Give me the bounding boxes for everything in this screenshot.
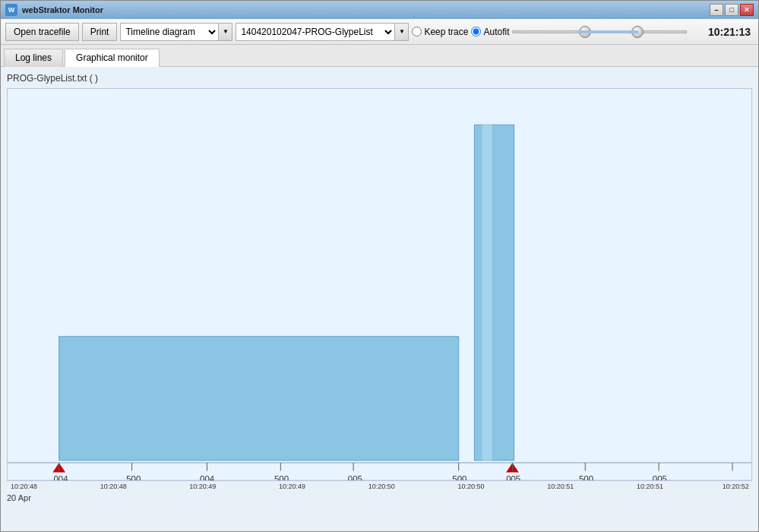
app-icon: W	[5, 4, 17, 16]
svg-rect-4	[482, 125, 492, 460]
svg-text:004: 004	[200, 474, 215, 480]
svg-text:005: 005	[348, 474, 362, 480]
main-window: W webStraktor Monitor – □ ✕ Open tracefi…	[0, 0, 759, 532]
toolbar: Open tracefile Print Timeline diagram ▼ …	[1, 19, 758, 45]
axis-time-8: 10:20:51	[637, 483, 719, 490]
main-content: PROG-GlypeList.txt ( )	[1, 67, 758, 531]
svg-text:005: 005	[653, 474, 667, 480]
axis-time-6: 10:20:50	[458, 483, 540, 490]
close-button[interactable]: ✕	[740, 4, 754, 16]
axis-label-5: 10:20:50	[368, 483, 451, 490]
axis-label-8: 10:20:51	[637, 483, 719, 490]
axis-label-6: 10:20:50	[458, 483, 540, 490]
tracefile-select[interactable]: 140420102047-PROG-GlypeList	[236, 23, 395, 41]
date-label: 20 Apr	[7, 493, 752, 502]
chart-svg: 004 500 004 500 005 500 005 500 005	[8, 89, 751, 480]
axis-label-1: 10:20:48	[11, 483, 93, 490]
chart-wrapper: 004 500 004 500 005 500 005 500 005 10:2…	[7, 88, 752, 519]
print-button[interactable]: Print	[82, 23, 118, 41]
axis-time-1: 10:20:48	[11, 483, 93, 490]
open-tracefile-button[interactable]: Open tracefile	[5, 23, 79, 41]
axis-label-9: 10:20:52	[723, 483, 758, 490]
diagram-type-select[interactable]: Timeline diagram	[120, 23, 219, 41]
axis-label-7: 10:20:51	[547, 483, 629, 490]
svg-text:500: 500	[579, 474, 593, 480]
svg-rect-3	[474, 125, 514, 460]
axis-time-5: 10:20:50	[368, 483, 451, 490]
svg-text:005: 005	[506, 474, 520, 480]
autofit-label[interactable]: Autofit	[483, 27, 509, 37]
keep-trace-radio[interactable]	[412, 27, 422, 36]
axis-time-9: 10:20:52	[723, 483, 758, 490]
diagram-type-arrow[interactable]: ▼	[219, 23, 232, 41]
keep-trace-label[interactable]: Keep trace	[424, 27, 468, 37]
svg-text:004: 004	[53, 474, 68, 480]
chart-function-label: PROG-GlypeList.txt ( )	[7, 73, 752, 84]
tabs: Log lines Graphical monitor	[1, 45, 758, 67]
title-bar: W webStraktor Monitor – □ ✕	[1, 1, 758, 19]
tracefile-arrow[interactable]: ▼	[395, 23, 409, 41]
tab-log-lines[interactable]: Log lines	[4, 49, 63, 67]
chart-area: 004 500 004 500 005 500 005 500 005	[7, 88, 752, 481]
title-bar-left: W webStraktor Monitor	[5, 4, 103, 16]
axis-labels: 10:20:48 10:20:48 10:20:49 10:20:49 10:2…	[7, 481, 752, 483]
diagram-type-group: Timeline diagram ▼	[120, 23, 232, 41]
minimize-button[interactable]: –	[710, 4, 723, 16]
slider-range	[579, 30, 638, 33]
axis-time-2: 10:20:48	[100, 483, 182, 490]
svg-text:500: 500	[126, 474, 141, 480]
keep-trace-group: Keep trace	[412, 27, 468, 37]
tracefile-group: 140420102047-PROG-GlypeList ▼	[236, 23, 409, 41]
axis-label-2: 10:20:48	[100, 483, 182, 490]
autofit-radio[interactable]	[471, 27, 481, 36]
time-display: 10:21:13	[708, 26, 754, 38]
svg-text:500: 500	[274, 474, 289, 480]
maximize-button[interactable]: □	[725, 4, 738, 16]
autofit-group: Autofit	[471, 27, 509, 37]
title-bar-buttons: – □ ✕	[710, 4, 754, 16]
svg-rect-2	[59, 337, 459, 461]
axis-time-3: 10:20:49	[189, 483, 271, 490]
slider-track	[512, 30, 687, 33]
window-title: webStraktor Monitor	[22, 5, 103, 14]
axis-time-7: 10:20:51	[547, 483, 629, 490]
svg-text:500: 500	[452, 474, 466, 480]
axis-label-4: 10:20:49	[279, 483, 361, 490]
axis-label-3: 10:20:49	[189, 483, 271, 490]
tab-graphical-monitor[interactable]: Graphical monitor	[65, 49, 160, 67]
slider-container	[512, 30, 704, 33]
axis-time-4: 10:20:49	[279, 483, 361, 490]
